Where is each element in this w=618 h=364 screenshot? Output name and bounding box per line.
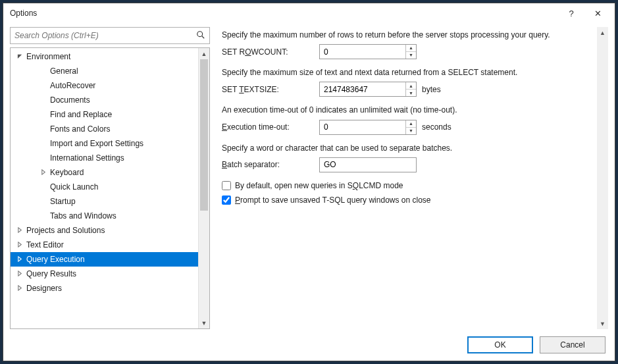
svg-point-0 xyxy=(197,31,203,36)
tree-item[interactable]: Quick Launch xyxy=(11,180,198,194)
tree-item[interactable]: General xyxy=(11,64,198,78)
prompt-save-checkbox[interactable] xyxy=(222,195,231,205)
chevron-right-icon[interactable] xyxy=(17,271,26,278)
tree-item-label: General xyxy=(50,66,78,76)
prompt-save-label[interactable]: Prompt to save unsaved T-SQL query windo… xyxy=(235,195,431,205)
tree-item-label: Quick Launch xyxy=(50,182,98,192)
tree-item[interactable]: Import and Export Settings xyxy=(11,136,198,151)
textsize-spinner[interactable]: ▲▼ xyxy=(405,82,416,96)
timeout-input[interactable]: ▲▼ xyxy=(319,120,417,135)
timeout-unit: seconds xyxy=(422,122,451,132)
chevron-down-icon[interactable] xyxy=(17,53,26,61)
row-prompt-save: Prompt to save unsaved T-SQL query windo… xyxy=(222,195,596,205)
spin-down-icon[interactable]: ▼ xyxy=(406,52,416,59)
left-panel: EnvironmentGeneralAutoRecoverDocumentsFi… xyxy=(10,27,210,329)
spin-up-icon[interactable]: ▲ xyxy=(406,82,416,90)
scroll-thumb[interactable] xyxy=(200,59,208,211)
textsize-field[interactable] xyxy=(320,82,405,96)
tree-item-label: Query Results xyxy=(26,269,76,278)
scroll-down-icon[interactable]: ▼ xyxy=(597,318,608,329)
row-batch: Batch separator: xyxy=(222,157,596,172)
tree-item-label: AutoRecover xyxy=(50,81,95,90)
sqlcmd-label[interactable]: By default, open new queries in SQLCMD m… xyxy=(235,180,403,191)
timeout-field[interactable] xyxy=(320,120,405,134)
tree-item-label: Text Editor xyxy=(26,240,64,249)
tree-item[interactable]: Text Editor xyxy=(11,238,198,252)
textsize-input[interactable]: ▲▼ xyxy=(319,82,417,97)
tree-item[interactable]: Documents xyxy=(11,93,198,107)
rowcount-field[interactable] xyxy=(320,45,405,59)
spin-down-icon[interactable]: ▼ xyxy=(406,90,416,96)
textsize-unit: bytes xyxy=(422,84,441,95)
tree-item-label: Startup xyxy=(50,197,76,206)
dialog-body: EnvironmentGeneralAutoRecoverDocumentsFi… xyxy=(3,23,615,329)
help-button[interactable]: ? xyxy=(558,5,584,22)
cancel-button[interactable]: Cancel xyxy=(540,336,605,353)
search-input[interactable] xyxy=(11,28,192,43)
window-title: Options xyxy=(10,9,558,18)
tree-item[interactable]: Environment xyxy=(11,49,198,64)
batch-input[interactable] xyxy=(319,157,417,172)
tree-item-label: Query Execution xyxy=(26,255,85,264)
right-panel: Specify the maximum number of rows to re… xyxy=(219,27,608,329)
description-rowcount: Specify the maximum number of rows to re… xyxy=(222,30,596,40)
rowcount-spinner[interactable]: ▲▼ xyxy=(405,45,416,59)
row-textsize: SET TEXTSIZE: ▲▼ bytes xyxy=(222,82,596,97)
tree-item[interactable]: Designers xyxy=(11,281,198,296)
tree-item[interactable]: Find and Replace xyxy=(11,107,198,122)
description-textsize: Specify the maximum size of text and nte… xyxy=(222,67,596,78)
chevron-right-icon[interactable] xyxy=(17,256,26,263)
chevron-right-icon[interactable] xyxy=(17,227,26,234)
textsize-label: SET TEXTSIZE: xyxy=(222,84,314,95)
tree-item-label: Tabs and Windows xyxy=(50,211,116,221)
nav-tree: EnvironmentGeneralAutoRecoverDocumentsFi… xyxy=(10,47,210,329)
rowcount-input[interactable]: ▲▼ xyxy=(319,44,417,59)
tree-item[interactable]: Startup xyxy=(11,194,198,209)
search-box[interactable] xyxy=(10,27,210,44)
chevron-right-icon[interactable] xyxy=(41,169,50,176)
ok-button[interactable]: OK xyxy=(467,336,533,353)
tree-item[interactable]: Query Execution xyxy=(11,252,198,267)
tree-item[interactable]: International Settings xyxy=(11,151,198,165)
tree-item-label: Keyboard xyxy=(50,168,84,177)
row-rowcount: SET ROWCOUNT: ▲▼ xyxy=(222,44,596,59)
tree-scrollbar[interactable]: ▲ ▼ xyxy=(198,48,209,328)
tree-item[interactable]: Keyboard xyxy=(11,165,198,180)
search-icon[interactable] xyxy=(192,30,209,41)
spin-up-icon[interactable]: ▲ xyxy=(406,45,416,52)
tree-items: EnvironmentGeneralAutoRecoverDocumentsFi… xyxy=(11,48,198,328)
tree-item[interactable]: Tabs and Windows xyxy=(11,209,198,223)
chevron-right-icon[interactable] xyxy=(17,242,26,249)
scroll-down-icon[interactable]: ▼ xyxy=(199,317,209,328)
spin-down-icon[interactable]: ▼ xyxy=(406,128,416,134)
options-dialog: Options ? ✕ EnvironmentGeneralAutoRecove… xyxy=(3,3,615,361)
tree-item-label: International Settings xyxy=(50,153,124,163)
timeout-spinner[interactable]: ▲▼ xyxy=(405,120,416,134)
tree-item-label: Designers xyxy=(26,284,62,293)
tree-item-label: Environment xyxy=(26,52,70,61)
tree-item[interactable]: AutoRecover xyxy=(11,78,198,93)
sqlcmd-checkbox[interactable] xyxy=(222,181,231,190)
tree-item-label: Find and Replace xyxy=(50,110,112,119)
tree-item-label: Documents xyxy=(50,95,90,105)
settings-content: Specify the maximum number of rows to re… xyxy=(219,27,597,329)
tree-item[interactable]: Projects and Solutions xyxy=(11,223,198,238)
spin-up-icon[interactable]: ▲ xyxy=(406,120,416,128)
svg-line-1 xyxy=(202,36,205,38)
content-scrollbar[interactable]: ▲ ▼ xyxy=(597,27,608,329)
tree-item-label: Projects and Solutions xyxy=(26,226,105,235)
scroll-up-icon[interactable]: ▲ xyxy=(199,48,209,59)
tree-item-label: Fonts and Colors xyxy=(50,124,110,134)
scroll-up-icon[interactable]: ▲ xyxy=(597,27,608,38)
description-batch: Specify a word or character that can be … xyxy=(222,143,596,153)
tree-item-label: Import and Export Settings xyxy=(50,139,143,148)
timeout-label: Execution time-out: xyxy=(222,122,314,132)
close-button[interactable]: ✕ xyxy=(584,5,611,22)
chevron-right-icon[interactable] xyxy=(17,285,26,292)
tree-item[interactable]: Query Results xyxy=(11,267,198,281)
description-timeout: An execution time-out of 0 indicates an … xyxy=(222,105,596,115)
dialog-footer: OK Cancel xyxy=(3,329,615,361)
rowcount-label: SET ROWCOUNT: xyxy=(222,47,314,57)
tree-item[interactable]: Fonts and Colors xyxy=(11,122,198,136)
titlebar: Options ? ✕ xyxy=(3,3,615,23)
